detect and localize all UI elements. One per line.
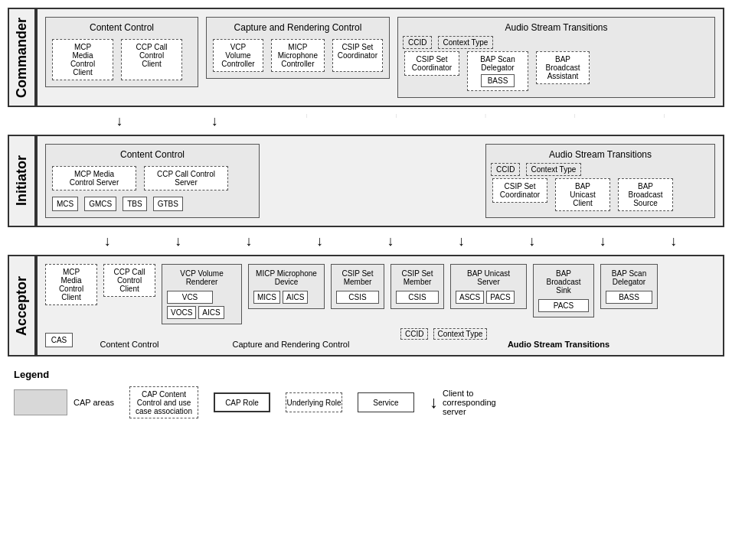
acceptor-aics-micp: AICS — [283, 291, 308, 304]
acceptor-mics: MICS — [253, 291, 280, 304]
legend-cap-content-box: CAP Content Control and use case associa… — [129, 386, 198, 418]
acceptor-csip: CSIP SetMember CSIS — [331, 264, 384, 309]
acceptor-csis2: CSIS — [396, 291, 439, 304]
acceptor-context-type: Context Type — [433, 328, 488, 340]
acceptor-bap-scan-title: BAP ScanDelegator — [606, 269, 652, 286]
acceptor-bap-scan: BAP ScanDelegator BASS — [600, 264, 658, 309]
initiator-mcs: MCS — [52, 197, 78, 211]
acceptor-pacs-unicast: PACS — [486, 291, 515, 304]
commander-ccid: CCID — [403, 36, 432, 49]
commander-content: Content Control MCP Media Control Client… — [36, 8, 724, 107]
arr-a8: ↓ — [600, 233, 606, 249]
initiator-acceptor-arrows: ↓ ↓ ↓ ↓ ↓ ↓ ↓ ↓ ↓ — [32, 232, 724, 250]
initiator-audio-stream: Audio Stream Transitions CCID Context Ty… — [485, 144, 715, 218]
arrow-6: | — [574, 113, 576, 129]
legend-cap-role-box: CAP Role — [214, 392, 270, 412]
commander-audio-stream: Audio Stream Transitions CCID Context Ty… — [397, 17, 715, 98]
initiator-cc-title: Content Control — [51, 149, 254, 160]
initiator-tbs: TBS — [123, 197, 146, 211]
commander-content-control: Content Control MCP Media Control Client… — [45, 17, 198, 87]
initiator-content-control: Content Control MCP Media Control Server… — [45, 144, 260, 218]
initiator-ccp-server: CCP Call Control Server — [144, 166, 228, 190]
legend-underlying-role-box: Underlying Role — [286, 392, 342, 412]
commander-bass: BASS — [481, 74, 515, 87]
legend-arrow-icon: ↓ — [430, 392, 438, 412]
initiator-ast-title: Audio Stream Transitions — [491, 149, 710, 160]
legend-title: Legend — [14, 369, 718, 380]
acceptor-cc-label: Content Control — [77, 337, 181, 349]
arr-a4: ↓ — [316, 233, 323, 249]
acceptor-csip-title: CSIP SetMember — [336, 269, 379, 286]
acceptor-bap-broadcast-title: BAPBroadcastSink — [538, 269, 589, 295]
commander-capture-rendering: Capture and Rendering Control VCP Volume… — [206, 17, 390, 79]
legend-cap-role-item: CAP Role — [214, 392, 270, 412]
commander-bap-broadcast: BAP Broadcast Assistant — [536, 51, 590, 84]
arr-a9: ↓ — [670, 233, 677, 249]
commander-row: Commander Content Control MCP Media Cont… — [8, 8, 724, 107]
acceptor-cas: CAS — [45, 333, 73, 347]
arrow-3: | — [306, 113, 308, 129]
arrow-5: | — [485, 113, 486, 129]
commander-ccp: CCP Call Control Client — [121, 39, 182, 80]
arrow-1: ↓ — [116, 113, 123, 129]
acceptor-bap-unicast-title: BAP Unicast Server — [456, 269, 521, 286]
arr-a1: ↓ — [104, 233, 111, 249]
arr-a7: ↓ — [528, 233, 535, 249]
initiator-row: Initiator Content Control MCP Media Cont… — [8, 135, 724, 227]
commander-cc-title: Content Control — [51, 22, 193, 33]
acceptor-ascs: ASCS — [456, 291, 484, 304]
initiator-mcp-server: MCP Media Control Server — [52, 166, 136, 190]
arr-a6: ↓ — [458, 233, 465, 249]
commander-cr-title: Capture and Rendering Control — [211, 22, 384, 33]
acceptor-content: MCP Media Control Client CCP Call Contro… — [36, 255, 724, 357]
acceptor-ccid: CCID — [400, 328, 428, 340]
commander-csip: CSIP Set Coordinator — [332, 39, 383, 72]
legend-service-box: Service — [358, 392, 414, 412]
initiator-context-type: Context Type — [526, 163, 582, 176]
initiator-gmcs: GMCS — [84, 197, 116, 211]
legend-service-item: Service — [358, 392, 414, 412]
arr-a2: ↓ — [175, 233, 181, 249]
initiator-content: Content Control MCP Media Control Server… — [36, 135, 724, 227]
acceptor-csis: CSIS — [336, 291, 379, 304]
legend-cap-areas-box — [14, 389, 67, 415]
commander-ast-title: Audio Stream Transitions — [403, 22, 710, 33]
acceptor-vcp: VCP VolumeRenderer VCS VOCS AICS — [162, 264, 242, 324]
commander-label: Commander — [8, 8, 36, 107]
acceptor-vcp-title: VCP VolumeRenderer — [167, 269, 237, 286]
legend-arrow-label: Client to corresponding server — [443, 389, 504, 416]
arr-a3: ↓ — [246, 233, 253, 249]
acceptor-vcs: VCS — [167, 291, 213, 304]
initiator-bap-broadcast: BAP Broadcast Source — [618, 178, 673, 211]
acceptor-bass: BASS — [606, 291, 652, 304]
initiator-bap-unicast: BAP Unicast Client — [555, 178, 610, 211]
acceptor-pacs-broadcast: PACS — [538, 299, 589, 312]
legend-cap-areas-item: CAP areas — [14, 389, 114, 415]
acceptor-bap-broadcast: BAPBroadcastSink PACS — [533, 264, 594, 317]
initiator-csip-coord: CSIP Set Coordinator — [492, 178, 547, 203]
arr-a5: ↓ — [387, 233, 394, 249]
legend-section: Legend CAP areas CAP Content Control and… — [8, 361, 724, 418]
acceptor-mcp: MCP Media Control Client — [45, 264, 97, 305]
commander-bap-scan: BAP Scan Delegator BASS — [467, 51, 528, 91]
legend-arrow-item: ↓ Client to corresponding server — [430, 389, 504, 416]
commander-csip-coord: CSIP Set Coordinator — [404, 51, 459, 76]
commander-initiator-arrows: ↓ ↓ | | | | | — [32, 112, 724, 130]
commander-context-type: Context Type — [438, 36, 494, 49]
acceptor-ast-label: Audio Stream Transitions — [400, 340, 717, 349]
arrow-7: | — [664, 113, 665, 129]
legend-underlying-role-item: Underlying Role — [286, 392, 342, 412]
acceptor-csip-set: CSIP SetMember CSIS — [391, 264, 444, 309]
acceptor-cr-label: Capture and Rendering Control — [185, 337, 397, 349]
arrow-4: | — [396, 113, 397, 129]
acceptor-bap-unicast: BAP Unicast Server ASCS PACS — [450, 264, 527, 309]
legend-cap-content-item: CAP Content Control and use case associa… — [129, 386, 198, 418]
acceptor-csip-set-title: CSIP SetMember — [396, 269, 439, 286]
acceptor-label: Acceptor — [8, 255, 36, 357]
arrow-2: ↓ — [211, 113, 218, 129]
acceptor-micp: MICP MicrophoneDevice MICS AICS — [248, 264, 325, 309]
legend-cap-areas-label: CAP areas — [74, 398, 114, 407]
initiator-label: Initiator — [8, 135, 36, 227]
initiator-ccid: CCID — [491, 163, 520, 176]
acceptor-ccp: CCP Call Control Client — [103, 264, 155, 297]
